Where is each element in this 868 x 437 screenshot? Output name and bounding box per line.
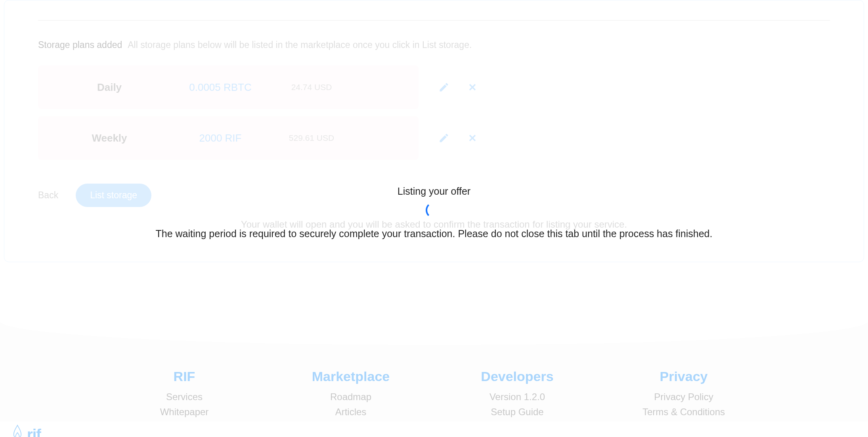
- footer-logo: rif: [12, 424, 41, 437]
- plan-row-daily: Daily 0.0005 RBTC 24.74 USD: [38, 65, 419, 109]
- edit-icon[interactable]: [438, 132, 449, 144]
- close-icon[interactable]: [467, 132, 478, 144]
- footer-link[interactable]: Whitepaper: [141, 406, 228, 418]
- plan-actions: [438, 82, 478, 93]
- footer-col-title: Developers: [474, 369, 561, 384]
- plan-period: Daily: [54, 81, 165, 94]
- edit-icon[interactable]: [438, 82, 449, 93]
- loading-desc: The waiting period is required to secure…: [0, 228, 868, 240]
- footer-link[interactable]: Roadmap: [307, 391, 394, 402]
- flame-icon: [12, 424, 23, 437]
- plan-actions: [438, 132, 478, 144]
- footer-col-developers: Developers Version 1.2.0 Setup Guide: [474, 369, 561, 422]
- footer-link[interactable]: Version 1.2.0: [474, 391, 561, 402]
- plans-header-title: Storage plans added: [38, 40, 122, 50]
- footer-col-title: RIF: [141, 369, 228, 384]
- plan-row-weekly: Weekly 2000 RIF 529.61 USD: [38, 116, 419, 160]
- footer-cols: RIF Services Whitepaper Marketplace Road…: [0, 369, 868, 422]
- plans-header-desc: All storage plans below will be listed i…: [128, 40, 472, 50]
- footer-col-title: Marketplace: [307, 369, 394, 384]
- footer-link[interactable]: Setup Guide: [474, 406, 561, 418]
- plan-period: Weekly: [54, 132, 165, 144]
- plans-header: Storage plans added All storage plans be…: [38, 40, 830, 50]
- plan-price: 2000 RIF: [165, 132, 276, 144]
- close-icon[interactable]: [467, 82, 478, 93]
- footer-curve: [0, 297, 868, 345]
- footer-col-marketplace: Marketplace Roadmap Articles: [307, 369, 394, 422]
- footer-col-rif: RIF Services Whitepaper: [141, 369, 228, 422]
- footer-link[interactable]: Privacy Policy: [640, 391, 727, 402]
- plan-usd: 24.74 USD: [276, 82, 347, 92]
- plan-usd: 529.61 USD: [276, 133, 347, 143]
- footer: rif RIF Services Whitepaper Marketplace …: [0, 321, 868, 422]
- footer-logo-text: rif: [27, 426, 41, 437]
- footer-col-privacy: Privacy Privacy Policy Terms & Condition…: [640, 369, 727, 422]
- divider: [38, 20, 830, 21]
- footer-col-title: Privacy: [640, 369, 727, 384]
- footer-link[interactable]: Services: [141, 391, 228, 402]
- loading-modal: Listing your offer The waiting period is…: [0, 186, 868, 240]
- loading-title: Listing your offer: [0, 186, 868, 197]
- footer-link[interactable]: Articles: [307, 406, 394, 418]
- spinner-icon: [426, 202, 442, 218]
- plan-price: 0.0005 RBTC: [165, 81, 276, 94]
- footer-link[interactable]: Terms & Conditions: [640, 406, 727, 418]
